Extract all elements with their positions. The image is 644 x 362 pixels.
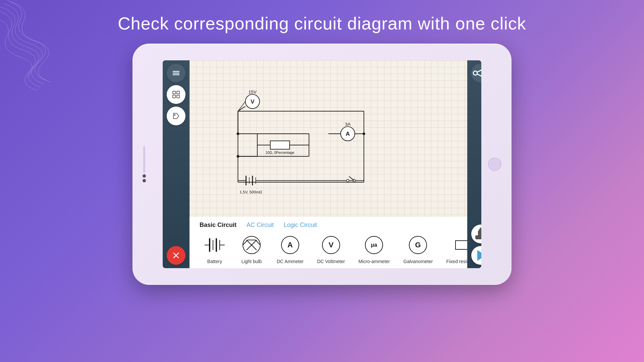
svg-line-27 <box>238 106 245 111</box>
microammeter-icon: μa <box>362 233 386 257</box>
share-button[interactable] <box>471 64 481 82</box>
voltmeter-label: DC Voltmeter <box>317 259 345 264</box>
tablet-frame: V 15V A 3A 10Ω, 0Percentag <box>132 44 512 285</box>
components-row: Battery <box>196 233 461 264</box>
page-title: Check corresponding circuit diagram with… <box>0 13 644 34</box>
volume-dot-2 <box>143 179 146 182</box>
svg-line-45 <box>349 176 354 181</box>
main-content: V 15V A 3A 10Ω, 0Percentag <box>190 60 467 268</box>
galvanometer-label: Galvanometer <box>404 259 433 264</box>
svg-point-70 <box>473 71 477 75</box>
ammeter-label: DC Ammeter <box>277 259 304 264</box>
resistor-label: 10Ω, 0Percentage <box>266 150 294 155</box>
microammeter-label: Micro-ammeter <box>358 259 390 264</box>
volume-buttons <box>143 146 146 182</box>
voltmeter-icon: V <box>319 233 343 257</box>
svg-line-29 <box>238 102 245 111</box>
component-microammeter[interactable]: μa Micro-ammeter <box>352 233 396 264</box>
svg-rect-3 <box>173 91 175 94</box>
svg-point-35 <box>363 132 365 135</box>
svg-rect-36 <box>270 141 290 149</box>
pencil-button[interactable] <box>471 225 481 243</box>
component-voltmeter[interactable]: V DC Voltmeter <box>310 233 352 264</box>
component-battery[interactable]: Battery <box>196 233 233 264</box>
right-bottom-buttons <box>471 225 481 265</box>
tag-button[interactable] <box>167 107 185 125</box>
component-ammeter[interactable]: A DC Ammeter <box>270 233 310 264</box>
tab-ac-circuit[interactable]: AC Circuit <box>247 221 274 229</box>
battery-label: Battery <box>207 259 222 264</box>
svg-text:A: A <box>345 130 350 137</box>
svg-line-30 <box>260 102 364 111</box>
svg-line-73 <box>477 74 481 77</box>
lightbulb-label: Light bulb <box>241 259 262 264</box>
svg-text:V: V <box>251 98 255 105</box>
svg-marker-76 <box>478 227 481 231</box>
svg-rect-6 <box>177 95 179 98</box>
svg-point-24 <box>237 155 239 158</box>
galvanometer-icon: G <box>406 233 430 257</box>
right-sidebar <box>467 60 481 268</box>
svg-text:μa: μa <box>371 242 377 248</box>
grid-button[interactable] <box>167 85 185 104</box>
circuit-tabs: Basic Circuit AC Circuit Logic Circuit <box>196 221 461 229</box>
voltmeter-label: 15V <box>249 89 257 95</box>
circuit-diagram: V 15V A 3A 10Ω, 0Percentag <box>190 60 467 217</box>
close-button[interactable] <box>167 246 185 265</box>
volume-dot-1 <box>143 174 146 178</box>
component-lightbulb[interactable]: Light bulb <box>233 233 270 264</box>
battery-icon <box>203 233 226 257</box>
ammeter-icon: A <box>278 233 302 257</box>
volume-slider <box>143 146 145 173</box>
tablet-screen: V 15V A 3A 10Ω, 0Percentag <box>163 60 481 268</box>
svg-text:V: V <box>328 241 333 249</box>
menu-button[interactable] <box>167 64 185 82</box>
lightbulb-icon <box>240 233 263 257</box>
component-galvanometer[interactable]: G Galvanometer <box>397 233 440 264</box>
svg-marker-77 <box>477 250 481 261</box>
svg-text:A: A <box>287 241 293 249</box>
svg-rect-5 <box>173 95 175 98</box>
circuit-canvas: V 15V A 3A 10Ω, 0Percentag <box>190 60 467 217</box>
ammeter-label: 3A <box>345 122 350 127</box>
svg-rect-75 <box>478 231 481 237</box>
tab-basic-circuit[interactable]: Basic Circuit <box>200 221 236 229</box>
svg-point-43 <box>346 179 349 182</box>
svg-line-72 <box>477 69 481 72</box>
battery-label: 1.5V, 500mΩ <box>240 190 262 194</box>
tab-logic-circuit[interactable]: Logic Circuit <box>284 221 317 229</box>
left-sidebar <box>163 60 190 268</box>
svg-line-28 <box>260 106 364 111</box>
bottom-panel: Basic Circuit AC Circuit Logic Circuit <box>190 217 467 268</box>
home-button[interactable] <box>488 158 501 171</box>
svg-rect-4 <box>177 91 179 94</box>
svg-text:G: G <box>415 241 421 249</box>
next-button[interactable] <box>471 246 481 265</box>
svg-point-7 <box>174 114 175 116</box>
